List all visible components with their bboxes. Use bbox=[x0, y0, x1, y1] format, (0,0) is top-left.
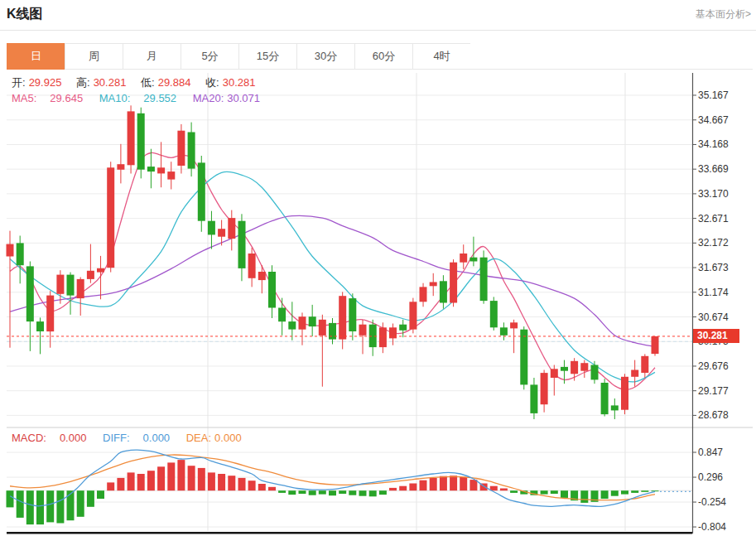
candle[interactable] bbox=[278, 308, 286, 322]
macd-bar[interactable] bbox=[621, 490, 628, 494]
candle[interactable] bbox=[56, 275, 64, 294]
candle[interactable] bbox=[177, 131, 185, 166]
candle[interactable] bbox=[258, 272, 266, 280]
candle[interactable] bbox=[137, 113, 145, 170]
candle[interactable] bbox=[480, 258, 488, 301]
candle[interactable] bbox=[268, 272, 276, 308]
candle[interactable] bbox=[26, 266, 34, 321]
candle[interactable] bbox=[641, 356, 648, 373]
macd-histogram-layer[interactable] bbox=[7, 460, 659, 524]
macd-bar[interactable] bbox=[46, 490, 54, 522]
candle[interactable] bbox=[460, 254, 467, 263]
macd-bar[interactable] bbox=[611, 490, 619, 496]
candle[interactable] bbox=[17, 243, 24, 265]
macd-bar[interactable] bbox=[420, 480, 427, 491]
candle[interactable] bbox=[379, 327, 387, 347]
candle[interactable] bbox=[611, 405, 619, 410]
candle[interactable] bbox=[87, 271, 94, 279]
macd-bar[interactable] bbox=[299, 490, 306, 494]
macd-bar[interactable] bbox=[309, 490, 316, 495]
candle[interactable] bbox=[107, 167, 114, 268]
candle[interactable] bbox=[238, 221, 246, 268]
macd-bar[interactable] bbox=[580, 490, 588, 503]
candle[interactable] bbox=[329, 323, 336, 340]
macd-bar[interactable] bbox=[137, 474, 145, 490]
candle[interactable] bbox=[621, 377, 628, 410]
macd-bar[interactable] bbox=[218, 474, 225, 490]
macd-bar[interactable] bbox=[500, 489, 508, 491]
candle[interactable] bbox=[117, 164, 124, 170]
candle[interactable] bbox=[571, 361, 578, 374]
candle[interactable] bbox=[430, 282, 437, 287]
macd-bar[interactable] bbox=[631, 490, 638, 493]
candle[interactable] bbox=[128, 111, 135, 165]
candle[interactable] bbox=[147, 167, 155, 171]
macd-bar[interactable] bbox=[561, 490, 568, 498]
macd-bar[interactable] bbox=[339, 490, 346, 494]
candle[interactable] bbox=[420, 287, 427, 302]
macd-bar[interactable] bbox=[349, 490, 356, 495]
macd-bar[interactable] bbox=[319, 490, 326, 494]
candle[interactable] bbox=[510, 322, 518, 328]
macd-bar[interactable] bbox=[430, 478, 437, 490]
macd-bar[interactable] bbox=[97, 490, 104, 499]
candle[interactable] bbox=[319, 320, 326, 336]
macd-bar[interactable] bbox=[198, 468, 205, 490]
candle[interactable] bbox=[551, 369, 558, 378]
macd-bar[interactable] bbox=[541, 490, 548, 494]
candle[interactable] bbox=[198, 162, 205, 220]
macd-bar[interactable] bbox=[359, 490, 367, 496]
candle[interactable] bbox=[67, 275, 75, 296]
macd-bar[interactable] bbox=[17, 490, 24, 518]
macd-bar[interactable] bbox=[450, 476, 457, 490]
macd-bar[interactable] bbox=[228, 476, 235, 490]
candle[interactable] bbox=[349, 298, 356, 331]
macd-bar[interactable] bbox=[238, 478, 246, 490]
macd-bar[interactable] bbox=[652, 490, 659, 491]
candles-layer[interactable] bbox=[7, 105, 659, 419]
candle[interactable] bbox=[218, 229, 225, 237]
macd-bar[interactable] bbox=[409, 484, 417, 491]
candle[interactable] bbox=[7, 244, 14, 257]
candle[interactable] bbox=[157, 167, 165, 173]
macd-bar[interactable] bbox=[188, 466, 195, 490]
macd-bar[interactable] bbox=[128, 472, 135, 490]
macd-bar[interactable] bbox=[147, 471, 155, 490]
macd-bar[interactable] bbox=[641, 490, 648, 492]
macd-bar[interactable] bbox=[117, 478, 124, 490]
macd-bar[interactable] bbox=[67, 490, 75, 520]
candle[interactable] bbox=[490, 301, 498, 327]
macd-bar[interactable] bbox=[469, 480, 477, 490]
candle[interactable] bbox=[167, 171, 175, 180]
candle[interactable] bbox=[561, 367, 568, 371]
candle[interactable] bbox=[288, 321, 296, 330]
candle[interactable] bbox=[541, 373, 548, 404]
candle[interactable] bbox=[530, 384, 537, 413]
macd-bar[interactable] bbox=[379, 490, 387, 495]
candle[interactable] bbox=[580, 363, 588, 371]
candle[interactable] bbox=[520, 330, 527, 385]
candle[interactable] bbox=[469, 258, 477, 262]
macd-bar[interactable] bbox=[389, 488, 397, 490]
candle[interactable] bbox=[409, 302, 417, 329]
macd-bar[interactable] bbox=[248, 480, 256, 490]
candle[interactable] bbox=[299, 316, 306, 330]
macd-bar[interactable] bbox=[36, 490, 44, 524]
macd-bar[interactable] bbox=[258, 484, 266, 490]
candle[interactable] bbox=[248, 254, 256, 278]
candle[interactable] bbox=[46, 296, 54, 332]
candle[interactable] bbox=[339, 296, 346, 339]
candle[interactable] bbox=[601, 383, 609, 414]
macd-bar[interactable] bbox=[157, 466, 165, 490]
candle[interactable] bbox=[36, 321, 44, 331]
candle[interactable] bbox=[369, 325, 377, 347]
candle[interactable] bbox=[500, 327, 508, 336]
candle[interactable] bbox=[591, 365, 599, 380]
macd-bar[interactable] bbox=[440, 476, 447, 491]
macd-bar[interactable] bbox=[601, 490, 609, 499]
macd-bar[interactable] bbox=[177, 460, 185, 490]
candle[interactable] bbox=[208, 221, 215, 235]
macd-bar[interactable] bbox=[167, 462, 175, 490]
macd-bar[interactable] bbox=[278, 490, 286, 493]
candle[interactable] bbox=[440, 281, 447, 302]
